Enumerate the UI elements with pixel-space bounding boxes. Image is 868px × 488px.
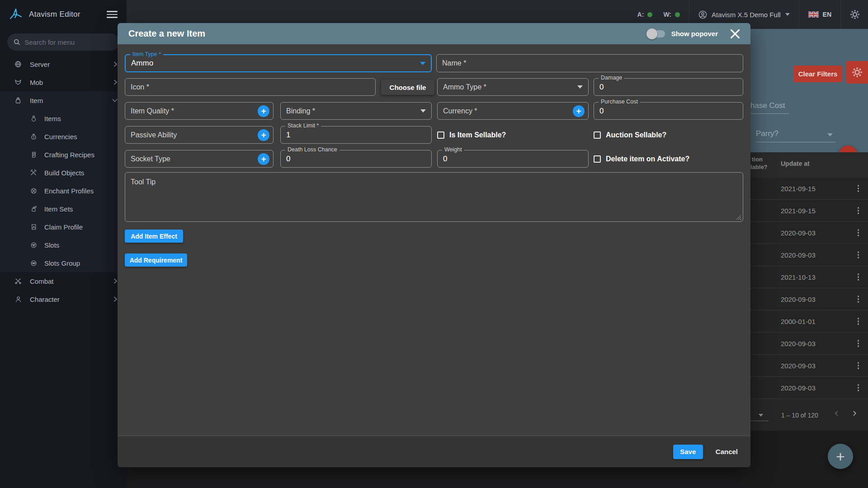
add-currency-icon[interactable]: +: [573, 105, 585, 117]
row-menu-icon[interactable]: [858, 296, 859, 303]
sidebar-item-label: Items: [44, 115, 118, 122]
sidebar-item-claim-profile[interactable]: Claim Profile: [0, 218, 127, 236]
show-popover-toggle[interactable]: [648, 30, 665, 38]
damage-field[interactable]: Damage 0: [594, 78, 743, 96]
sidebar-item-server[interactable]: Server: [0, 55, 127, 73]
close-button[interactable]: [731, 29, 740, 38]
filter-parry-select[interactable]: Parry?: [756, 129, 778, 138]
add-item-quality-icon[interactable]: +: [258, 105, 269, 117]
resize-handle[interactable]: [736, 215, 741, 220]
currency-field[interactable]: Currency * +: [437, 102, 589, 120]
purchase-cost-label: Purchase Cost: [599, 99, 640, 105]
sidebar-item-slots-group[interactable]: Slots Group: [0, 254, 127, 272]
table-row[interactable]: 2021-10-13: [750, 266, 868, 288]
death-loss-chance-field[interactable]: Death Loss Chance 0: [280, 150, 432, 168]
passive-ability-field[interactable]: Passive Ability +: [125, 126, 274, 144]
row-menu-icon[interactable]: [858, 185, 859, 192]
icon-field[interactable]: Icon *: [125, 78, 376, 96]
add-requirement-button[interactable]: Add Requirement: [125, 253, 187, 267]
tooltip-textarea[interactable]: Tool Tip: [125, 172, 743, 222]
choose-file-button[interactable]: Choose file: [381, 80, 434, 95]
sidebar-item-enchant-profiles[interactable]: Enchant Profiles: [0, 182, 127, 200]
damage-label: Damage: [599, 75, 624, 81]
table-row[interactable]: 2020-09-03: [750, 288, 868, 310]
chevron-down-icon: [420, 62, 425, 65]
sidebar-item-crafting-recipes[interactable]: Crafting Recipes: [0, 145, 127, 164]
sidebar-item-build-objects[interactable]: Build Objects: [0, 164, 127, 182]
delete-on-activate-checkbox[interactable]: [594, 155, 601, 163]
filter-purchase-cost[interactable]: hase Cost: [750, 101, 785, 110]
purchase-cost-field[interactable]: Purchase Cost 0: [594, 102, 743, 120]
add-socket-type-icon[interactable]: +: [258, 153, 269, 165]
auction-sellable-checkbox-row: Auction Sellable?: [594, 126, 666, 144]
add-item-fab[interactable]: +: [828, 444, 853, 469]
table-row[interactable]: 2020-09-03: [750, 377, 868, 399]
world-select[interactable]: Atavism X.5 Demo Full: [698, 10, 790, 19]
sidebar-item-label: Build Objects: [44, 169, 118, 177]
sidebar-item-character[interactable]: Character: [0, 290, 127, 308]
cancel-button[interactable]: Cancel: [716, 448, 738, 455]
table-row[interactable]: 2020-09-03: [750, 333, 868, 355]
sidebar-item-label: Item Sets: [44, 205, 118, 213]
tooltip-placeholder: Tool Tip: [131, 178, 156, 186]
is-item-sellable-checkbox[interactable]: [437, 131, 444, 139]
orb-icon: [29, 188, 38, 194]
next-page-icon[interactable]: ›: [853, 407, 857, 418]
sidebar-item-items[interactable]: Items: [0, 109, 127, 127]
row-menu-icon[interactable]: [858, 340, 859, 347]
sidebar-search: [7, 33, 119, 51]
socket-type-field[interactable]: Socket Type +: [125, 150, 274, 168]
auction-sellable-checkbox[interactable]: [594, 131, 601, 139]
sidebar-item-item[interactable]: Item: [0, 91, 127, 109]
sidebar-item-combat[interactable]: Combat: [0, 272, 127, 290]
row-menu-icon[interactable]: [858, 384, 859, 391]
filter-underline: [756, 142, 835, 142]
search-input[interactable]: [24, 38, 113, 46]
add-item-effect-button[interactable]: Add Item Effect: [125, 230, 183, 243]
hammers-icon: [29, 169, 38, 176]
row-menu-icon[interactable]: [858, 318, 859, 325]
table-row[interactable]: 2000-01-01: [750, 310, 868, 333]
search-icon: [14, 38, 20, 46]
table-settings-button[interactable]: [846, 61, 868, 84]
ammo-type-select[interactable]: Ammo Type *: [437, 78, 589, 96]
name-field[interactable]: Name *: [436, 54, 743, 72]
add-passive-ability-icon[interactable]: +: [258, 129, 269, 141]
death-loss-chance-label: Death Loss Chance: [285, 146, 340, 153]
page-size-caret-icon[interactable]: [759, 414, 763, 417]
clear-filters-button[interactable]: Clear Filters: [793, 66, 842, 82]
table-row[interactable]: 2020-09-03: [750, 355, 868, 377]
sidebar-item-label: Slots: [44, 241, 118, 249]
binding-select[interactable]: Binding *: [280, 102, 432, 120]
death-loss-chance-value: 0: [286, 155, 290, 164]
row-menu-icon[interactable]: [858, 229, 859, 236]
language-select[interactable]: EN: [808, 11, 831, 18]
chevron-down-icon: [420, 109, 426, 113]
weight-label: Weight: [442, 146, 464, 153]
item-quality-field[interactable]: Item Quality * +: [125, 102, 274, 120]
app-logo-icon: [9, 8, 23, 21]
table-row[interactable]: 2020-09-03: [750, 222, 868, 244]
sidebar-item-slots[interactable]: Slots: [0, 236, 127, 254]
previous-page-icon[interactable]: ‹: [835, 407, 839, 418]
globe-icon: [14, 61, 23, 68]
sidebar-item-currencies[interactable]: Currencies: [0, 127, 127, 145]
weight-field[interactable]: Weight 0: [437, 150, 589, 168]
dialog-title: Create a new Item: [128, 28, 648, 39]
table-row[interactable]: 2021-09-15: [750, 200, 868, 222]
row-menu-icon[interactable]: [858, 207, 859, 214]
row-menu-icon[interactable]: [858, 273, 859, 281]
row-menu-icon[interactable]: [858, 251, 859, 258]
create-item-dialog: Create a new Item Show popover Item Type…: [118, 23, 750, 467]
table-row[interactable]: 2020-09-03: [750, 244, 868, 266]
item-type-select[interactable]: Item Type * Ammo: [125, 54, 432, 72]
settings-button[interactable]: [850, 9, 860, 19]
menu-toggle-icon[interactable]: [107, 11, 118, 18]
stack-limit-field[interactable]: Stack Limit * 1: [280, 126, 432, 144]
table-row[interactable]: 2021-09-15: [750, 178, 868, 200]
name-placeholder: Name *: [442, 59, 466, 67]
save-button[interactable]: Save: [673, 445, 703, 459]
sidebar-item-mob[interactable]: Mob: [0, 73, 127, 91]
row-menu-icon[interactable]: [858, 362, 859, 369]
sidebar-item-item-sets[interactable]: Item Sets: [0, 200, 127, 218]
